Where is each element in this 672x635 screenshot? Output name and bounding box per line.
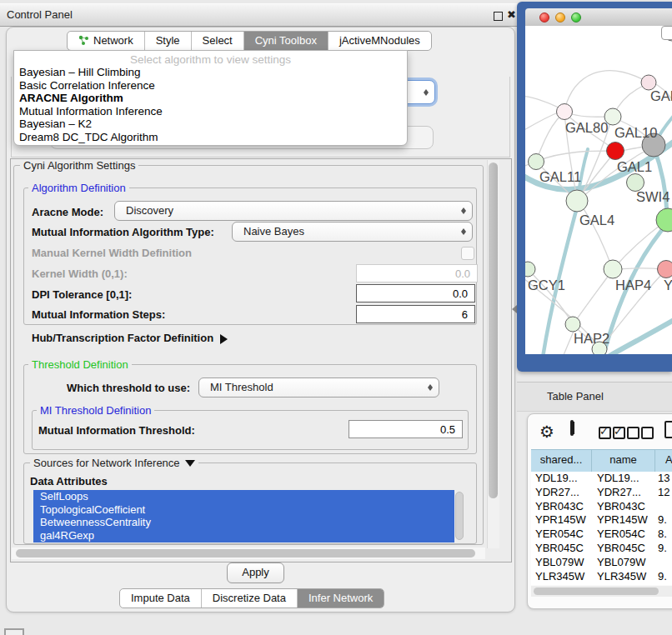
deselect-all-checkbox-icon[interactable] <box>627 427 639 439</box>
node-gal1[interactable] <box>607 142 624 160</box>
network-edge[interactable] <box>574 271 612 322</box>
vertical-scrollbar-thumb[interactable] <box>489 162 498 498</box>
network-canvas[interactable]: GALGAL80GAL10GAL1GAL11SWI4GAL4HAP4YGCY1H… <box>525 26 672 354</box>
dpi-tolerance-input[interactable]: 0.0 <box>356 284 475 302</box>
algorithm-definition-title: Algorithm Definition <box>28 182 129 194</box>
network-window-titlebar[interactable] <box>525 8 672 27</box>
dpi-tolerance-label: DPI Tolerance [0,1]: <box>32 288 132 301</box>
kernel-width-input[interactable]: 0.0 <box>356 264 478 282</box>
node-gal4[interactable] <box>566 190 588 212</box>
node-gal11[interactable] <box>529 154 544 170</box>
spinner-arrows-icon <box>460 205 468 217</box>
table-row[interactable]: YLR345W YLR345W 9. <box>531 570 672 584</box>
table-row[interactable]: YDL19... YDL19... 13 <box>531 472 672 486</box>
dropdown-item-dream8[interactable]: Dream8 DC_TDC Algorithm <box>14 131 407 144</box>
tab-style[interactable]: Style <box>145 32 192 50</box>
control-panel-title: Control Panel <box>7 8 73 21</box>
mi-steps-input[interactable]: 6 <box>356 305 475 323</box>
table-row[interactable]: YBR045C YBR045C 9. <box>531 542 672 556</box>
network-edge[interactable] <box>525 111 562 132</box>
hub-definition-expander[interactable]: Hub/Transcription Factor Definition <box>32 332 233 344</box>
table-panel-header: Table Panel <box>517 382 672 412</box>
gear-icon[interactable]: ⚙ <box>539 422 554 442</box>
node-gal10-label: GAL10 <box>614 125 657 140</box>
dropdown-item-basic-correlation[interactable]: Basic Correlation Inference <box>14 79 407 92</box>
select-all-checkbox-icon[interactable] <box>613 427 625 439</box>
close-icon[interactable]: ✖ <box>507 8 516 21</box>
tab-cyni-toolbox[interactable]: Cyni Toolbox <box>244 32 328 50</box>
list-item-selfloops[interactable]: SelfLoops <box>33 490 454 503</box>
node-green-right[interactable] <box>656 208 672 232</box>
hub-definition-label: Hub/Transcription Factor Definition <box>32 332 213 344</box>
manual-kernel-checkbox[interactable] <box>461 247 474 260</box>
algorithm-dropdown-popup: Select algorithm to view settings Bayesi… <box>13 50 408 146</box>
which-threshold-combo[interactable]: MI Threshold <box>198 378 439 398</box>
table-panel-title: Table Panel <box>547 390 604 402</box>
minimize-window-icon[interactable] <box>555 12 565 22</box>
table-row[interactable]: YPR145W YPR145W 9. <box>531 513 672 528</box>
table-row[interactable]: YER054C YER054C 8. <box>531 528 672 542</box>
node-gal80[interactable] <box>557 104 573 120</box>
list-item-gal4rgexp[interactable]: gal4RGexp <box>33 529 454 542</box>
list-item-betweennesscentrality[interactable]: BetweennessCentrality <box>33 516 454 529</box>
network-edge[interactable] <box>538 151 613 161</box>
node-gal1-label: GAL1 <box>617 159 652 174</box>
node-salmon[interactable] <box>658 261 672 278</box>
node-gal80-label: GAL80 <box>565 120 608 135</box>
data-attributes-list[interactable]: SelfLoops TopologicalCoefficient Between… <box>33 490 454 542</box>
tab-jactivemnodules[interactable]: jActiveMNodules <box>328 32 431 50</box>
node-hap2[interactable] <box>565 317 580 332</box>
minimized-panel-button[interactable] <box>4 628 24 635</box>
deselect-all-checkbox-icon[interactable] <box>641 427 654 439</box>
column-header-partial[interactable]: A <box>655 450 672 472</box>
maximize-window-icon[interactable] <box>571 12 581 22</box>
tab-network[interactable]: Network <box>68 32 145 50</box>
kernel-width-label: Kernel Width (0,1): <box>32 268 128 280</box>
mi-type-label: Mutual Information Algorithm Type: <box>32 226 214 238</box>
aracne-mode-combo[interactable]: Discovery <box>114 201 473 221</box>
tab-select[interactable]: Select <box>192 32 244 50</box>
table-row[interactable]: YDR27... YDR27... 12 <box>531 486 672 500</box>
mi-threshold-input[interactable]: 0.5 <box>349 420 463 438</box>
aracne-mode-value: Discovery <box>126 204 173 217</box>
new-table-icon[interactable] <box>664 421 672 438</box>
table-body: YDL19... YDL19... 13 YDR27... YDR27... 1… <box>531 472 672 585</box>
tab-discretize-data[interactable]: Discretize Data <box>202 589 298 608</box>
split-pane-collapse-icon[interactable] <box>508 305 517 313</box>
dropdown-item-bayesian-k2[interactable]: Bayesian – K2 <box>14 118 407 131</box>
table-row[interactable]: YBR043C YBR043C <box>531 500 672 514</box>
horizontal-scrollbar-thumb[interactable] <box>16 549 475 558</box>
select-all-checkbox-icon[interactable] <box>599 427 611 439</box>
node-hap4[interactable] <box>604 260 622 278</box>
table-horizontal-scrollbar-thumb[interactable] <box>534 588 659 595</box>
column-header-name[interactable]: name <box>592 450 655 472</box>
float-window-icon[interactable] <box>494 12 503 21</box>
dropdown-item-bayesian-hill-climbing[interactable]: Bayesian – Hill Climbing <box>14 66 407 79</box>
tab-infer-network[interactable]: Infer Network <box>298 589 384 608</box>
list-scrollbar-thumb[interactable] <box>455 492 464 540</box>
list-item-topologicalcoefficient[interactable]: TopologicalCoefficient <box>33 503 454 517</box>
column-selector-icon[interactable] <box>570 420 574 436</box>
network-tool-overlay[interactable] <box>661 26 672 40</box>
network-edge[interactable] <box>607 319 672 354</box>
collapse-arrow-icon <box>185 460 195 472</box>
table-row[interactable]: YIL052C YIL052C 9 <box>531 583 672 585</box>
mi-threshold-label: Mutual Information Threshold: <box>38 424 195 437</box>
mi-type-combo[interactable]: Naive Bayes <box>232 222 473 242</box>
close-window-icon[interactable] <box>539 12 549 22</box>
data-attributes-label: Data Attributes <box>30 475 108 488</box>
node-gcy1[interactable] <box>525 262 535 277</box>
network-edge[interactable] <box>654 147 667 218</box>
network-graph[interactable]: GALGAL80GAL10GAL1GAL11SWI4GAL4HAP4YGCY1H… <box>525 26 672 354</box>
sources-group-title[interactable]: Sources for Network Inference <box>30 457 198 472</box>
manual-kernel-label: Manual Kernel Width Definition <box>32 247 192 259</box>
table-row[interactable]: YBL079W YBL079W <box>531 556 672 570</box>
which-threshold-label: Which threshold to use: <box>67 382 190 394</box>
dropdown-item-aracne[interactable]: ARACNE Algorithm <box>14 92 407 105</box>
spinner-arrows-icon <box>423 87 430 98</box>
dropdown-item-mutual-information[interactable]: Mutual Information Inference <box>14 105 407 118</box>
column-header-shared-name[interactable]: shared... <box>531 450 592 472</box>
which-threshold-value: MI Threshold <box>210 381 273 393</box>
apply-button[interactable]: Apply <box>227 562 284 583</box>
tab-impute-data[interactable]: Impute Data <box>120 589 202 608</box>
